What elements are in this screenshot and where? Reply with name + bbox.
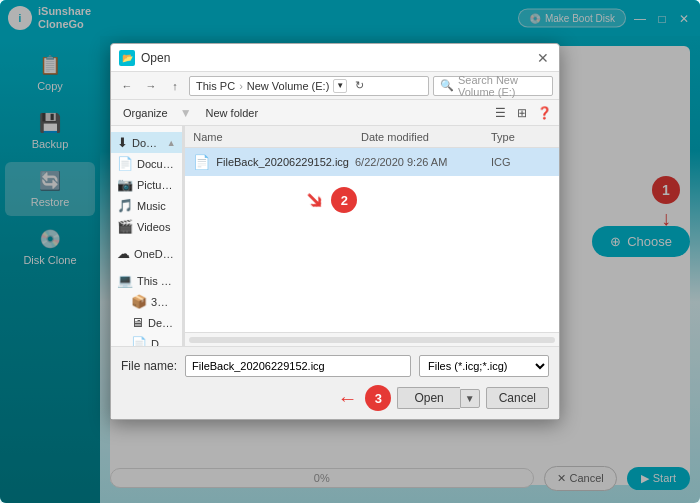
tree-item-documents[interactable]: 📄 Documents (111, 153, 182, 174)
organize-bar: Organize ▼ New folder ☰ ⊞ ❓ (111, 100, 559, 126)
nav-tree: ⬇ Downloads ▲ 📄 Documents 📷 Pictures 🎵 (111, 126, 183, 346)
onedrive-icon: ☁ (117, 246, 130, 261)
dialog-body: ⬇ Downloads ▲ 📄 Documents 📷 Pictures 🎵 (111, 126, 559, 346)
pictures-icon: 📷 (117, 177, 133, 192)
tree-downloads-label: Downloads (132, 137, 163, 149)
3dobjects-icon: 📦 (131, 294, 147, 309)
red-arrow-3: ← (337, 387, 357, 410)
tree-documents2-label: Documents (151, 338, 176, 347)
back-button[interactable]: ← (117, 76, 137, 96)
open-dropdown-arrow[interactable]: ▼ (460, 389, 480, 408)
organize-sep: ▼ (180, 106, 192, 120)
tree-item-music[interactable]: 🎵 Music (111, 195, 182, 216)
path-volume: New Volume (E:) (247, 80, 330, 92)
view-help-button[interactable]: ❓ (535, 104, 553, 122)
dialog-overlay: 📂 Open ✕ ← → ↑ This PC › New Volume (E:)… (0, 0, 700, 503)
videos-icon: 🎬 (117, 219, 133, 234)
filetype-select[interactable]: Files (*.icg;*.icg) (419, 355, 549, 377)
tree-onedrive-label: OneDrive (134, 248, 176, 260)
tree-item-videos[interactable]: 🎬 Videos (111, 216, 182, 237)
annotation-2-wrap: ➔ 2 (305, 186, 559, 214)
tree-videos-label: Videos (137, 221, 176, 233)
up-button[interactable]: ↑ (165, 76, 185, 96)
forward-button[interactable]: → (141, 76, 161, 96)
col-name-header[interactable]: Name (193, 131, 361, 143)
file-list-scroll (185, 332, 559, 346)
dialog-actions: ← 3 Open ▼ Cancel (121, 385, 549, 411)
red-arrow-2: ➔ (298, 183, 332, 217)
path-dropdown[interactable]: ▼ (333, 79, 347, 93)
download-icon: ⬇ (117, 135, 128, 150)
tree-item-3dobjects[interactable]: 📦 3D Objects (111, 291, 182, 312)
new-folder-button[interactable]: New folder (198, 105, 267, 121)
path-sep1: › (239, 80, 243, 92)
open-dialog: 📂 Open ✕ ← → ↑ This PC › New Volume (E:)… (110, 43, 560, 420)
tree-documents-label: Documents (137, 158, 176, 170)
dialog-toolbar: ← → ↑ This PC › New Volume (E:) ▼ ↻ 🔍 Se… (111, 72, 559, 100)
tree-item-thispc[interactable]: 💻 This PC (111, 270, 182, 291)
organize-button[interactable]: Organize (117, 105, 174, 121)
open-button-group: Open ▼ (397, 387, 479, 409)
pc-icon: 💻 (117, 273, 133, 288)
tree-item-downloads[interactable]: ⬇ Downloads ▲ (111, 132, 182, 153)
filename-row: File name: Files (*.icg;*.icg) (121, 355, 549, 377)
search-icon: 🔍 (440, 79, 454, 92)
dialog-app-icon: 📂 (119, 50, 135, 66)
dialog-bottom: File name: Files (*.icg;*.icg) ← 3 Open … (111, 346, 559, 419)
tree-item-desktop[interactable]: 🖥 Desktop (111, 312, 182, 333)
dialog-title-text: Open (141, 51, 535, 65)
col-date-header[interactable]: Date modified (361, 131, 491, 143)
search-bar[interactable]: 🔍 Search New Volume (E:) (433, 76, 553, 96)
tree-desktop-label: Desktop (148, 317, 176, 329)
file-list-header: Name Date modified Type (185, 126, 559, 148)
path-pc: This PC (196, 80, 235, 92)
tree-pictures-label: Pictures (137, 179, 176, 191)
file-list: Name Date modified Type 📄 FileBack_20206… (185, 126, 559, 346)
app-window: i iSunshare CloneGo 💿 Make Boot Disk — □… (0, 0, 700, 503)
doc-icon: 📄 (117, 156, 133, 171)
file-type: ICG (491, 156, 551, 168)
tree-3dobjects-label: 3D Objects (151, 296, 176, 308)
scroll-bar[interactable] (189, 337, 555, 343)
refresh-icon[interactable]: ↻ (355, 79, 364, 92)
tree-music-label: Music (137, 200, 176, 212)
desktop-icon: 🖥 (131, 315, 144, 330)
music-icon: 🎵 (117, 198, 133, 213)
tree-item-documents2[interactable]: 📄 Documents (111, 333, 182, 346)
search-placeholder: Search New Volume (E:) (458, 74, 546, 98)
col-type-header[interactable]: Type (491, 131, 551, 143)
filename-label: File name: (121, 359, 177, 373)
view-tile-button[interactable]: ⊞ (513, 104, 531, 122)
annotation-3-wrap: ← 3 (337, 385, 391, 411)
annotation-2: 2 (331, 187, 357, 213)
file-row[interactable]: 📄 FileBack_20206229152.icg 6/22/2020 9:2… (185, 148, 559, 176)
expand-icon: ▲ (167, 138, 176, 148)
file-date: 6/22/2020 9:26 AM (355, 156, 485, 168)
file-name: FileBack_20206229152.icg (216, 156, 349, 168)
doc2-icon: 📄 (131, 336, 147, 346)
dialog-close-button[interactable]: ✕ (535, 50, 551, 66)
filename-input[interactable] (185, 355, 411, 377)
dialog-title-bar: 📂 Open ✕ (111, 44, 559, 72)
open-button[interactable]: Open (397, 387, 459, 409)
tree-item-pictures[interactable]: 📷 Pictures (111, 174, 182, 195)
annotation-3: 3 (365, 385, 391, 411)
path-bar[interactable]: This PC › New Volume (E:) ▼ ↻ (189, 76, 429, 96)
view-list-button[interactable]: ☰ (491, 104, 509, 122)
dialog-cancel-button[interactable]: Cancel (486, 387, 549, 409)
file-doc-icon: 📄 (193, 154, 210, 170)
tree-thispc-label: This PC (137, 275, 176, 287)
tree-item-onedrive[interactable]: ☁ OneDrive (111, 243, 182, 264)
view-icons: ☰ ⊞ ❓ (491, 104, 553, 122)
